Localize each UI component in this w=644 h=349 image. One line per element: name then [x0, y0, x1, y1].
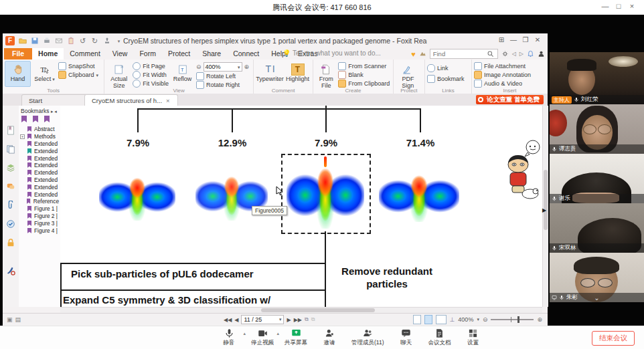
maximize-icon[interactable]: □	[612, 2, 625, 10]
bookmarks-expand-icon[interactable]: ▸ ◂	[51, 109, 57, 114]
last-page-icon[interactable]: ▶▶	[294, 317, 302, 323]
prev-page-icon[interactable]: ◀	[234, 317, 238, 323]
close-icon[interactable]: ×	[625, 2, 639, 10]
actual-size-button[interactable]: Actual Size	[106, 61, 131, 87]
print-icon[interactable]	[42, 37, 51, 45]
select-tool-button[interactable]: T Select ▾	[32, 61, 57, 87]
bookmark-item[interactable]: +Methods	[20, 133, 59, 140]
horizontal-scrollbar-thumb[interactable]	[261, 308, 375, 312]
fit-page-button[interactable]: Fit Page	[133, 62, 169, 70]
favorites-heart-icon[interactable]: ♥	[411, 50, 416, 58]
mute-caret-icon[interactable]: ▴	[243, 331, 246, 336]
panel-collapse-arrow-icon[interactable]: ▶	[542, 207, 546, 213]
bookmark-item[interactable]: Figure 2 |	[20, 213, 59, 220]
expand-plus-icon[interactable]: +	[20, 134, 25, 139]
status-zoom-out-icon[interactable]: ⊖	[483, 316, 488, 323]
bookmark-item[interactable]: Extended	[20, 191, 59, 198]
bookmark-item[interactable]: Abstract	[20, 126, 59, 133]
nav-forward-icon[interactable]: ▷	[519, 51, 524, 57]
bookmark-tool-icon-1[interactable]	[21, 116, 27, 122]
participant-tile[interactable]: 宋双林	[550, 203, 644, 253]
fit-visible-button[interactable]: Fit Visible	[133, 80, 169, 88]
tab-file[interactable]: File	[4, 48, 32, 60]
bookmark-item[interactable]: Figure 3 |	[20, 219, 59, 227]
tab-home[interactable]: Home	[32, 48, 64, 60]
minimize-icon[interactable]: —	[598, 2, 612, 10]
lock-icon[interactable]	[6, 238, 15, 247]
bookmark-item[interactable]: Extended	[20, 183, 59, 191]
foxit-views-icon[interactable]: ⊞	[495, 36, 507, 43]
signature-panel-icon[interactable]	[6, 266, 15, 275]
zoom-out-icon[interactable]: ⊖	[196, 64, 202, 71]
next-page-icon[interactable]: ▶	[287, 317, 291, 323]
participant-tile[interactable]: 谭志贵	[550, 104, 644, 154]
stamp-tool-icon[interactable]	[102, 37, 111, 45]
security-panel-icon[interactable]	[6, 219, 15, 229]
participant-tile[interactable]: 朱彬 ⌄	[550, 253, 644, 302]
settings-gear-icon[interactable]	[501, 50, 509, 57]
attachments-panel-icon[interactable]	[6, 201, 15, 210]
image-annotation-button[interactable]: Image Annotation	[474, 71, 531, 79]
layers-panel-icon[interactable]	[6, 163, 15, 172]
tab-form[interactable]: Form	[133, 48, 162, 60]
promo-badge[interactable]: 论文查重 首单免费	[476, 95, 544, 104]
zoom-level-select[interactable]: 400%▾	[204, 62, 242, 72]
chat-button[interactable]: 聊天	[395, 328, 418, 347]
email-icon[interactable]	[54, 37, 63, 45]
undo-icon[interactable]: ↺	[78, 37, 87, 45]
zoom-dropdown-icon[interactable]: ▾	[477, 317, 479, 322]
zoom-in-icon[interactable]: ⊕	[244, 64, 250, 71]
share-screen-button[interactable]: 共享屏幕	[285, 328, 307, 347]
fit-mode-icon[interactable]: ⊥	[450, 316, 455, 323]
manage-members-button[interactable]: 管理成员(11)	[351, 328, 384, 347]
bookmark-item[interactable]: Reference	[20, 198, 59, 205]
qat-dropdown-icon[interactable]: ▾	[114, 37, 123, 45]
bookmark-tool-icon-2[interactable]	[33, 116, 38, 122]
prev-view-icon[interactable]: ⧉	[305, 316, 309, 323]
participant-tile[interactable]: 谢乐	[550, 154, 644, 203]
tab-protect[interactable]: Protect	[162, 48, 196, 60]
first-page-icon[interactable]: ◀◀	[224, 317, 232, 323]
from-clipboard-button[interactable]: From Clipboard	[338, 80, 390, 88]
from-scanner-button[interactable]: From Scanner	[338, 62, 390, 70]
audio-video-button[interactable]: Audio & Video	[474, 80, 531, 88]
vertical-scrollbar[interactable]: ▶	[542, 106, 548, 307]
end-meeting-button[interactable]: 结束会议	[592, 331, 635, 346]
typewriter-button[interactable]: T I Typewriter	[256, 61, 284, 87]
open-icon[interactable]	[18, 37, 27, 45]
blank-button[interactable]: Blank	[338, 71, 390, 79]
pdf-page[interactable]: 7.9% 12.9% 7.9% 71.4% Figure0005	[60, 106, 542, 307]
invite-button[interactable]: 邀请	[318, 328, 341, 347]
tab-comment[interactable]: Comment	[64, 48, 106, 60]
comments-panel-icon[interactable]	[6, 182, 15, 191]
tab-connect[interactable]: Connect	[227, 48, 265, 60]
zoom-slider[interactable]	[491, 319, 534, 320]
tell-me-box[interactable]: 💡 Tell me what you want to do...	[283, 49, 381, 57]
single-page-view-icon[interactable]	[413, 315, 421, 324]
pdf-sign-button[interactable]: PDF Sign	[396, 61, 420, 87]
link-button[interactable]: Link	[427, 64, 465, 72]
notification-bell-icon[interactable]	[527, 50, 534, 57]
meeting-docs-button[interactable]: 会议文档	[428, 328, 451, 347]
video-caret-icon[interactable]: ▴	[276, 331, 279, 336]
bookmark-item[interactable]: Extended	[20, 154, 59, 162]
selection-dashed-box[interactable]	[281, 154, 371, 234]
bookmark-item[interactable]: Extended	[20, 140, 59, 148]
bookmark-item[interactable]: Extended	[20, 147, 59, 154]
from-file-button[interactable]: From File	[315, 61, 337, 87]
bookmark-item[interactable]: Figure 4 |	[20, 227, 59, 234]
bookmark-item[interactable]: Extended	[20, 162, 59, 169]
statusbar-panel-icon[interactable]: ▣	[7, 316, 13, 323]
vertical-scrollbar-thumb[interactable]	[544, 170, 548, 230]
bookmark-item[interactable]: Extended	[20, 169, 59, 177]
pages-panel-icon[interactable]	[6, 144, 15, 154]
bookmark-tool-icon-3[interactable]	[44, 116, 50, 122]
collapse-chevron-icon[interactable]: ⌄	[594, 294, 599, 302]
bookmarks-panel-icon[interactable]	[6, 126, 15, 135]
foxit-close-icon[interactable]: ✕	[532, 36, 544, 43]
bookmark-button[interactable]: Bookmark	[427, 75, 465, 83]
continuous-view-icon[interactable]	[424, 315, 432, 324]
clipboard-button[interactable]: Clipboard▾	[58, 71, 98, 79]
find-input[interactable]	[432, 49, 485, 58]
participant-tile[interactable]: 主持人 刘红荣	[550, 52, 644, 104]
